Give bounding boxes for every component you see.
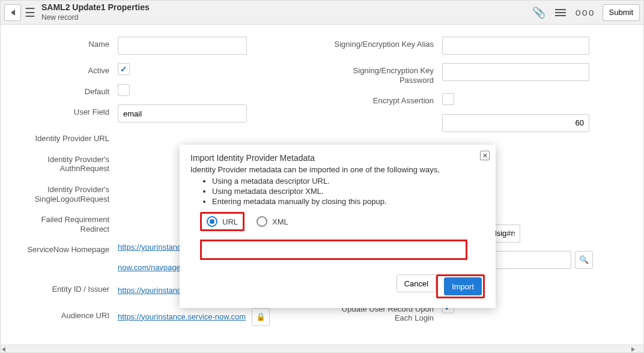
metadata-url-input[interactable] bbox=[202, 241, 466, 258]
header-bar: ☰ SAML2 Update1 Properties New record 📎 … bbox=[1, 1, 643, 25]
dialog-options-list: Using a metadata descriptor URL. Using m… bbox=[212, 176, 485, 206]
default-checkbox[interactable] bbox=[118, 84, 130, 96]
url-radio[interactable] bbox=[207, 216, 217, 227]
entity-id-label: Entity ID / Issuer bbox=[13, 282, 118, 294]
settings-icon[interactable] bbox=[555, 7, 566, 18]
import-button-highlight: Import bbox=[436, 274, 485, 298]
page-title: SAML2 Update1 Properties bbox=[41, 2, 150, 13]
dialog-li: Using metadata descriptor XML. bbox=[212, 187, 485, 196]
idp-url-label: Identity Provider URL bbox=[13, 131, 118, 143]
user-field-label: User Field bbox=[13, 104, 118, 117]
import-metadata-dialog: ✕ Import Identity Provider Metadata Iden… bbox=[180, 145, 496, 308]
radio-row: URL XML bbox=[200, 212, 485, 231]
url-option-highlight: URL bbox=[200, 212, 245, 231]
idp-authn-label: Identity Provider's AuthnRequest bbox=[13, 152, 118, 173]
audience-uri-link[interactable]: https://yourinstance.service-now.com bbox=[118, 312, 246, 322]
url-radio-label: URL bbox=[222, 217, 238, 226]
key-alias-field[interactable] bbox=[442, 37, 589, 55]
audience-lock-icon[interactable]: 🔒 bbox=[252, 308, 270, 326]
clock-skew-field[interactable] bbox=[442, 114, 589, 132]
user-field-input[interactable] bbox=[118, 104, 247, 122]
clock-skew-label bbox=[322, 114, 442, 117]
close-icon[interactable]: ✕ bbox=[480, 151, 490, 160]
homepage-label: ServiceNow Homepage bbox=[13, 242, 118, 255]
active-checkbox[interactable] bbox=[118, 63, 130, 75]
menu-icon[interactable]: ☰ bbox=[25, 7, 35, 19]
key-alias-label: Signing/Encryption Key Alias bbox=[322, 37, 442, 49]
encrypt-assertion-checkbox[interactable] bbox=[442, 93, 454, 105]
name-label: Name bbox=[13, 37, 118, 49]
form-area: Name Active Default User Field Identity … bbox=[1, 25, 643, 353]
more-icon[interactable]: ooo bbox=[576, 7, 595, 18]
xml-radio-label: XML bbox=[272, 217, 288, 226]
name-field[interactable] bbox=[118, 37, 247, 55]
cancel-button[interactable]: Cancel bbox=[396, 274, 436, 292]
import-button[interactable]: Import bbox=[444, 277, 482, 295]
dialog-title: Import Identity Provider Metadata bbox=[190, 153, 485, 163]
attachment-icon[interactable]: 📎 bbox=[532, 6, 545, 19]
metadata-url-highlight bbox=[200, 240, 467, 260]
dialog-li: Using a metadata descriptor URL. bbox=[212, 176, 485, 186]
idp-slo-label: Identity Provider's SingleLogoutRequest bbox=[13, 182, 118, 204]
dialog-li: Entering metadata manually by closing th… bbox=[212, 197, 485, 206]
submit-button[interactable]: Submit bbox=[603, 4, 640, 21]
search-icon[interactable]: 🔍 bbox=[575, 251, 593, 269]
xml-radio[interactable] bbox=[257, 216, 267, 227]
encrypt-assertion-label: Encrypt Assertion bbox=[322, 93, 442, 106]
title-wrap: SAML2 Update1 Properties New record bbox=[41, 2, 150, 22]
back-button[interactable] bbox=[4, 4, 21, 21]
default-label: Default bbox=[13, 84, 118, 97]
failed-redirect-label: Failed Requirement Redirect bbox=[13, 212, 118, 234]
chevron-left-icon bbox=[11, 10, 15, 16]
key-pw-label: Signing/Encryption Key Password bbox=[322, 63, 442, 85]
dialog-text: Identity Provider metadata can be import… bbox=[190, 165, 485, 174]
active-label: Active bbox=[13, 63, 118, 76]
audience-uri-label: Audience URI bbox=[13, 308, 118, 321]
page-subtitle: New record bbox=[41, 13, 150, 22]
key-pw-field[interactable] bbox=[442, 63, 589, 81]
horizontal-scrollbar[interactable] bbox=[1, 345, 643, 353]
